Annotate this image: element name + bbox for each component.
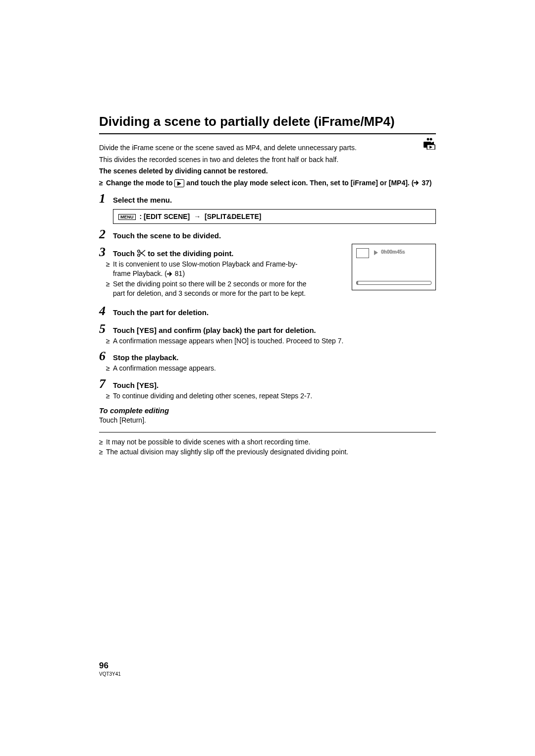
step-title: Stop the playback. bbox=[113, 353, 179, 363]
complete-editing-body: Touch [Return]. bbox=[99, 416, 436, 426]
step-number: 4 bbox=[99, 304, 113, 319]
note-2: ≥ The actual division may slightly slip … bbox=[99, 447, 436, 457]
play-icon bbox=[374, 250, 378, 255]
step-number: 3 bbox=[99, 245, 113, 260]
arrow-right-icon: → bbox=[194, 213, 201, 220]
step-5: 5 Touch [YES] and confirm (play back) th… bbox=[99, 322, 436, 336]
step-number: 2 bbox=[99, 227, 113, 242]
step-5-sub-1: ≥ A confirmation message appears when [N… bbox=[106, 336, 436, 346]
prereq-mid: and touch the play mode select icon. The… bbox=[186, 179, 414, 187]
divider bbox=[99, 432, 436, 432]
step-3-sub-2: ≥ Set the dividing point so there will b… bbox=[106, 279, 314, 299]
step-7: 7 Touch [YES]. bbox=[99, 377, 436, 391]
preview-progress-bar bbox=[356, 281, 431, 285]
step-title: Touch [YES] and confirm (play back) the … bbox=[113, 325, 316, 335]
step-number: 1 bbox=[99, 191, 113, 206]
step-6: 6 Stop the playback. bbox=[99, 349, 436, 364]
arrow-right-icon bbox=[167, 270, 173, 279]
complete-editing-title: To complete editing bbox=[99, 406, 436, 415]
menu-path-2: [SPLIT&DELETE] bbox=[205, 213, 261, 220]
step-4: 4 Touch the part for deletion. bbox=[99, 304, 436, 319]
step-number: 6 bbox=[99, 349, 113, 364]
page-number: 96 bbox=[99, 661, 121, 671]
playback-mode-icon bbox=[421, 138, 436, 150]
preview-thumbnail: 0h00m45s bbox=[352, 244, 436, 290]
prereq-pre: Change the mode to bbox=[106, 179, 174, 187]
step-number: 7 bbox=[99, 377, 113, 391]
note-1: ≥ It may not be possible to divide scene… bbox=[99, 437, 436, 447]
svg-point-0 bbox=[427, 138, 429, 141]
step-2: 2 Touch the scene to be divided. bbox=[99, 227, 436, 242]
prereq-post: 37) bbox=[420, 179, 431, 187]
svg-marker-6 bbox=[177, 181, 181, 186]
step-title: Touch to set the dividing point. bbox=[113, 249, 234, 259]
play-icon bbox=[174, 179, 184, 187]
step-7-sub-1: ≥ To continue dividing and deleting othe… bbox=[106, 391, 436, 401]
preview-frame-icon bbox=[356, 248, 369, 258]
step-title: Select the menu. bbox=[113, 195, 172, 205]
step-title: Touch the scene to be divided. bbox=[113, 231, 221, 241]
svg-point-8 bbox=[138, 254, 140, 256]
intro-line-1: Divide the iFrame scene or the scene sav… bbox=[99, 143, 436, 153]
step-3-sub-1: ≥ It is convenient to use Slow-motion Pl… bbox=[106, 260, 314, 279]
step-1: 1 Select the menu. bbox=[99, 191, 436, 206]
step-title: Touch the part for deletion. bbox=[113, 308, 209, 318]
step-number: 5 bbox=[99, 322, 113, 336]
scissors-icon bbox=[137, 249, 146, 260]
page-footer: 96 VQT3Y41 bbox=[99, 661, 121, 677]
menu-path-1: : [EDIT SCENE] bbox=[139, 213, 190, 220]
svg-point-7 bbox=[138, 250, 140, 252]
step-title: Touch [YES]. bbox=[113, 380, 159, 390]
arrow-right-icon bbox=[414, 178, 420, 188]
preview-timestamp: 0h00m45s bbox=[381, 249, 405, 255]
svg-point-1 bbox=[430, 138, 432, 141]
intro-line-2: This divides the recorded scenes in two … bbox=[99, 155, 436, 165]
prereq-bullet: ≥ Change the mode to and touch the play … bbox=[99, 178, 436, 188]
page-title: Dividing a scene to partially delete (iF… bbox=[99, 114, 436, 134]
step-6-sub-1: ≥ A confirmation message appears. bbox=[106, 364, 436, 374]
document-code: VQT3Y41 bbox=[99, 671, 121, 677]
menu-path-box: MENU : [EDIT SCENE] → [SPLIT&DELETE] bbox=[113, 209, 436, 224]
intro-warning: The scenes deleted by dividing cannot be… bbox=[99, 166, 436, 176]
menu-button-icon: MENU bbox=[118, 214, 136, 220]
